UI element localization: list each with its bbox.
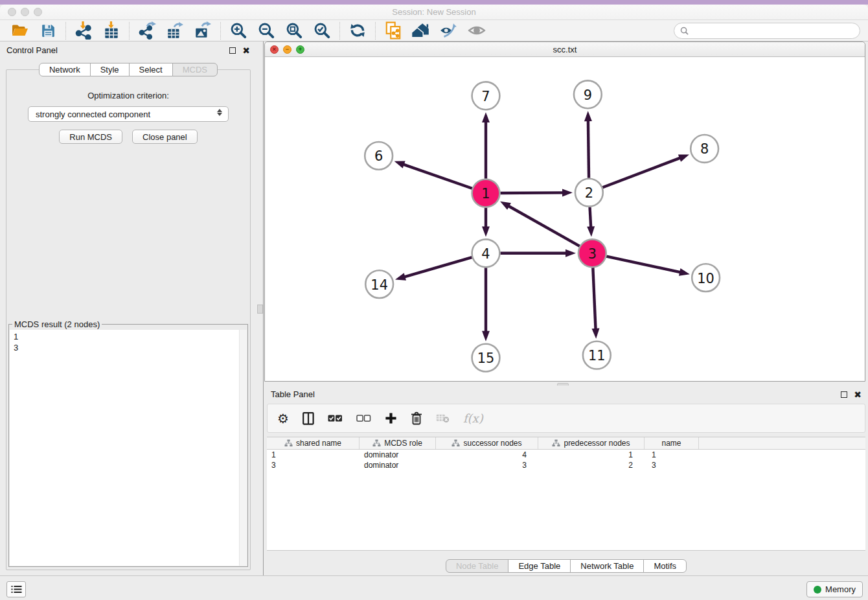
search-input[interactable]: [692, 26, 854, 36]
graph-node-label: 15: [477, 351, 495, 366]
application-window: Session: New Session: [0, 0, 868, 600]
export-network-button[interactable]: [137, 21, 157, 40]
graph-edge-2-9[interactable]: [588, 120, 589, 178]
hide-selected-button[interactable]: [439, 21, 459, 40]
main-toolbar: [0, 20, 868, 41]
network-zoom-button[interactable]: +: [296, 45, 304, 54]
vertical-splitter[interactable]: [257, 41, 264, 575]
delete-table-icon: [436, 413, 450, 423]
apply-function-button[interactable]: f(x): [463, 411, 483, 425]
zoom-selected-button[interactable]: [312, 21, 332, 40]
mcds-result-list[interactable]: 1 3: [10, 330, 247, 566]
graph-edge-4-14[interactable]: [404, 257, 472, 277]
column-header-successor-nodes[interactable]: successor nodes: [436, 437, 538, 449]
tab-mcds[interactable]: MCDS: [172, 63, 218, 76]
table-row[interactable]: 1 dominator 4 1 1: [267, 450, 865, 460]
cell-name[interactable]: 3: [645, 461, 699, 470]
table-row[interactable]: 3 dominator 3 2 3: [267, 460, 865, 470]
window-controls: [8, 8, 42, 16]
cell-successor-nodes[interactable]: 3: [436, 461, 538, 470]
cell-shared-name[interactable]: 3: [267, 461, 360, 470]
import-table-button[interactable]: [102, 21, 121, 40]
column-header-shared-name[interactable]: shared name: [267, 437, 360, 449]
cell-successor-nodes[interactable]: 4: [436, 450, 538, 459]
tab-style[interactable]: Style: [90, 63, 130, 76]
show-all-button[interactable]: [467, 21, 486, 40]
network-copy-button[interactable]: [383, 21, 403, 40]
delete-table-button[interactable]: [436, 413, 450, 423]
graph-node-label: 7: [481, 89, 490, 104]
search-box: [674, 23, 860, 39]
graph-edge-1-2[interactable]: [500, 192, 564, 193]
graph-edge-3-1[interactable]: [508, 205, 580, 246]
graph-edge-2-3[interactable]: [590, 207, 591, 228]
unchecked-boxes-icon: [356, 414, 371, 422]
zoom-in-button[interactable]: [229, 21, 248, 40]
optimization-criterion-label: Optimization criterion:: [6, 91, 250, 100]
tab-select[interactable]: Select: [129, 63, 173, 76]
graph-arrowhead: [679, 268, 690, 276]
graph-arrowhead: [482, 331, 490, 341]
zoom-fit-button[interactable]: [284, 21, 304, 40]
column-header-name[interactable]: name: [645, 437, 699, 449]
graph-node-label: 1: [481, 186, 490, 202]
cell-predecessor-nodes[interactable]: 2: [538, 461, 645, 470]
cell-name[interactable]: 1: [645, 450, 699, 459]
open-session-button[interactable]: [10, 21, 30, 40]
zoom-in-icon: [229, 21, 247, 40]
save-session-button[interactable]: [38, 21, 58, 40]
graph-node-label: 11: [588, 348, 606, 363]
close-window-button[interactable]: [8, 8, 16, 16]
zoom-out-button[interactable]: [257, 21, 276, 40]
result-scrollbar[interactable]: [239, 330, 247, 566]
memory-button[interactable]: Memory: [806, 581, 863, 597]
minimize-window-button[interactable]: [21, 8, 29, 16]
maximize-window-button[interactable]: [34, 8, 42, 16]
deselect-all-button[interactable]: [356, 414, 371, 422]
import-network-button[interactable]: [74, 21, 93, 40]
refresh-arrows-icon: [348, 21, 367, 40]
run-mcds-button[interactable]: Run MCDS: [59, 130, 122, 144]
cell-predecessor-nodes[interactable]: 1: [538, 450, 645, 459]
tab-network[interactable]: Network: [39, 63, 91, 76]
network-close-button[interactable]: ×: [270, 45, 279, 54]
add-column-button[interactable]: [385, 412, 397, 424]
network-canvas[interactable]: 7968124314101511: [266, 58, 864, 380]
close-table-panel-icon[interactable]: ✖: [854, 391, 862, 398]
houses-button[interactable]: [411, 21, 431, 40]
graph-node-label: 14: [371, 277, 388, 293]
optimization-criterion-select[interactable]: strongly connected component: [28, 106, 229, 122]
graph-edge-3-11[interactable]: [593, 268, 595, 330]
export-table-button[interactable]: [165, 21, 185, 40]
apply-layout-button[interactable]: [348, 21, 367, 40]
tab-motifs[interactable]: Motifs: [643, 559, 687, 573]
cell-mcds-role[interactable]: dominator: [360, 450, 436, 459]
task-history-button[interactable]: [6, 581, 26, 597]
network-minimize-button[interactable]: −: [283, 45, 291, 54]
delete-column-button[interactable]: [411, 411, 422, 425]
tab-node-table[interactable]: Node Table: [446, 559, 509, 573]
graph-edge-2-8[interactable]: [602, 157, 681, 187]
column-header-predecessor-nodes[interactable]: predecessor nodes: [538, 437, 645, 449]
column-header-mcds-role[interactable]: MCDS role: [360, 437, 436, 449]
cell-mcds-role[interactable]: dominator: [360, 461, 436, 470]
column-visibility-button[interactable]: [303, 412, 314, 425]
cell-shared-name[interactable]: 1: [267, 450, 360, 459]
export-image-button[interactable]: [193, 21, 212, 40]
graph-edge-3-10[interactable]: [606, 257, 681, 273]
select-all-button[interactable]: [328, 414, 343, 422]
memory-status-icon: [814, 586, 821, 594]
float-panel-icon[interactable]: [229, 47, 236, 54]
graph-arrowhead: [482, 226, 490, 237]
tab-edge-table[interactable]: Edge Table: [508, 559, 571, 573]
float-table-panel-icon[interactable]: [841, 391, 847, 398]
close-panel-button[interactable]: Close panel: [132, 130, 198, 144]
tab-network-table[interactable]: Network Table: [570, 559, 644, 573]
plus-icon: [385, 412, 397, 424]
graph-node-label: 2: [585, 185, 593, 201]
graph-edge-1-6[interactable]: [403, 164, 472, 188]
graph-arrowhead: [678, 154, 689, 161]
splitter-grip[interactable]: [257, 305, 263, 314]
table-settings-button[interactable]: ⚙: [277, 412, 289, 425]
close-panel-icon[interactable]: ✖: [242, 47, 250, 54]
